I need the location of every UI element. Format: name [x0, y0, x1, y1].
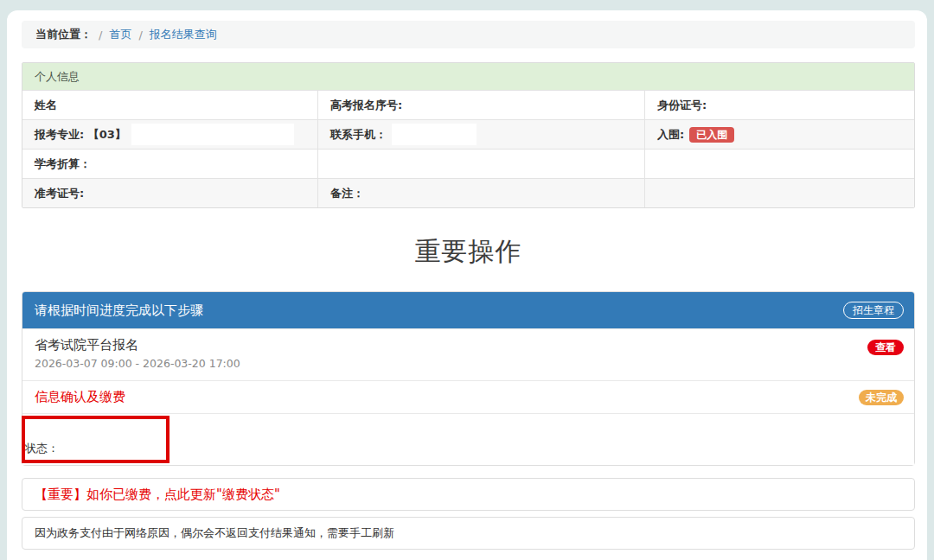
breadcrumb-separator: / — [99, 29, 102, 41]
gaokao-reg-number-label: 高考报名序号: — [317, 91, 644, 119]
shortlist-label: 入围: — [657, 127, 684, 143]
admission-charter-button[interactable]: 招生章程 — [843, 302, 904, 319]
exam-ticket-number-label: 准考证号: — [22, 179, 317, 207]
empty-cell — [317, 150, 644, 178]
table-row: 姓名 高考报名序号: 身份证号: — [22, 90, 914, 119]
breadcrumb-label: 当前位置： — [35, 27, 92, 42]
status-row: 状态： — [22, 413, 914, 465]
personal-info-header: 个人信息 — [22, 63, 914, 90]
id-number-label: 身份证号: — [644, 91, 914, 119]
table-row: 学考折算： — [22, 149, 914, 178]
view-button[interactable]: 查看 — [867, 340, 904, 355]
shortlist-status-cell: 入围: 已入围 — [644, 120, 914, 149]
incomplete-status-badge: 未完成 — [859, 390, 904, 405]
remarks-label: 备注： — [317, 179, 644, 207]
steps-panel-header: 请根据时间进度完成以下步骤 招生章程 — [22, 292, 914, 328]
shortlisted-badge: 已入围 — [689, 127, 734, 143]
steps-panel: 请根据时间进度完成以下步骤 招生章程 省考试院平台报名 2026-03-07 0… — [22, 291, 915, 466]
redacted-value — [131, 124, 294, 145]
breadcrumb: 当前位置： / 首页 / 报名结果查询 — [22, 21, 915, 48]
step-title: 信息确认及缴费 — [35, 389, 125, 405]
redacted-value — [392, 124, 477, 145]
payment-refresh-note: 因为政务支付由于网络原因，偶尔会不返回支付结果通知，需要手工刷新 — [22, 517, 915, 550]
empty-cell — [644, 150, 914, 178]
academic-conversion-label: 学考折算： — [22, 150, 317, 178]
steps-panel-title: 请根据时间进度完成以下步骤 — [35, 302, 203, 319]
step-title: 省考试院平台报名 — [35, 337, 904, 353]
breadcrumb-link-home[interactable]: 首页 — [109, 27, 131, 42]
major-label: 报考专业: 【03】 — [22, 120, 317, 149]
step-provincial-registration: 省考试院平台报名 2026-03-07 09:00 - 2026-03-20 1… — [22, 328, 914, 380]
personal-info-table: 个人信息 姓名 高考报名序号: 身份证号: 报考专业: 【03】 联系手机： 入… — [22, 62, 915, 208]
update-payment-status-link[interactable]: 【重要】如你已缴费，点此更新"缴费状态" — [22, 478, 915, 511]
table-row: 准考证号: 备注： — [22, 178, 914, 207]
breadcrumb-separator: / — [138, 29, 142, 41]
phone-label: 联系手机： — [317, 120, 644, 149]
table-row: 报考专业: 【03】 联系手机： 入围: 已入围 — [22, 119, 914, 149]
breadcrumb-link-current[interactable]: 报名结果查询 — [150, 27, 217, 42]
empty-cell — [644, 179, 914, 207]
step-confirm-and-pay[interactable]: 信息确认及缴费 未完成 — [22, 380, 914, 413]
step-period: 2026-03-07 09:00 - 2026-03-20 17:00 — [35, 357, 904, 370]
name-label: 姓名 — [22, 91, 317, 119]
page-title: 重要操作 — [22, 234, 915, 270]
status-label: 状态： — [25, 441, 59, 456]
content-card: 当前位置： / 首页 / 报名结果查询 个人信息 姓名 高考报名序号: 身份证号… — [7, 10, 927, 560]
